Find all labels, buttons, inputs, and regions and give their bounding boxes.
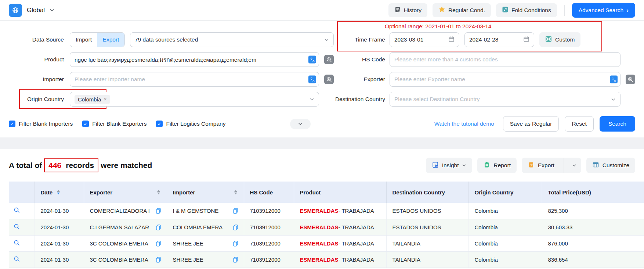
fuzzy-match-icon[interactable] [324,55,334,64]
copy-icon[interactable] [155,240,162,247]
export-dropdown-button[interactable] [567,158,581,173]
checkbox-checked-icon: ✓ [9,121,15,127]
translate-icon[interactable]: A [308,56,316,64]
chevron-down-icon [611,97,616,102]
results-section: A total of 446 records were matched BI [0,149,644,268]
summary-prefix: A total of [9,161,42,170]
cell-date: 2024-01-30 [35,203,84,219]
fuzzy-match-icon[interactable] [324,75,334,84]
filter-blank-importers-checkbox[interactable]: ✓ Filter Blank Importers [9,121,73,127]
cell-hs-code: 7103912000 [244,235,294,251]
view-detail-icon[interactable] [14,207,20,214]
data-sources-select[interactable]: 79 data sources selected [130,32,334,47]
cell-product: ESMERALDAS- TRABAJADA [294,251,386,268]
cell-exporter: 3C COLOMBIA EMERA [84,235,167,251]
cell-hs-code: 7103912000 [244,219,294,235]
view-detail-icon[interactable] [14,240,20,246]
fold-conditions-button[interactable]: Fold Conditions [496,3,557,17]
hs-code-input[interactable]: Please enter more than 4 customs codes [390,52,621,67]
export-label: Export [538,162,554,169]
expand-conditions-button[interactable] [290,119,311,129]
origin-country-select[interactable]: Colombia × [70,92,319,107]
tutorial-demo-link[interactable]: Watch the tutorial demo [434,121,494,127]
export-button[interactable]: Export [522,158,560,173]
cell-destination: TAILANDIA [386,235,468,251]
start-date-input[interactable]: 2023-03-01 [390,32,459,47]
reset-button[interactable]: Reset [565,116,594,132]
regular-cond-button[interactable]: Regular Cond. [433,3,491,17]
start-date-value: 2023-03-01 [394,36,423,43]
sort-icon[interactable] [234,190,237,194]
destination-country-select[interactable]: Please select Destination Country [390,92,621,107]
filter-logistics-company-checkbox[interactable]: ✓ Filter Logitics Company [156,121,225,127]
report-icon [483,161,490,170]
cell-importer: SHREE JEE [167,251,244,268]
importer-input[interactable]: Please enter Importer name A [70,72,319,87]
translate-icon[interactable]: A [610,76,618,83]
destination-country-label: Destination Country [334,96,385,103]
history-button[interactable]: History [388,3,427,17]
product-label: Product [9,56,64,63]
import-tab[interactable]: Import [70,33,97,47]
report-button[interactable]: Report [477,158,517,173]
exporter-placeholder: Please enter Exporter name [394,76,465,83]
region-selector[interactable]: Global [9,4,54,17]
export-tab[interactable]: Export [97,33,124,47]
sort-icon[interactable] [57,190,60,194]
column-header-destination: Destination Country [386,182,468,203]
view-detail-icon[interactable] [14,256,20,262]
copy-icon[interactable] [232,257,239,263]
copy-icon[interactable] [232,224,239,230]
cell-product: ESMERALDAS- TRABAJADA [294,235,386,251]
region-label: Global [27,7,45,14]
chevron-down-icon [462,163,466,168]
optional-range-note: Optional range: 2021-01-01 to 2024-03-14 [385,23,491,30]
fuzzy-match-icon[interactable] [626,75,635,84]
custom-timeframe-button[interactable]: Custom [539,32,580,47]
copy-icon[interactable] [232,208,239,214]
copy-icon[interactable] [232,240,239,247]
filter-blank-exporters-checkbox[interactable]: ✓ Filter Blank Exporters [82,121,146,127]
table-row: 2024-01-30 3C COLOMBIA EMERA SHREE JEE 7… [9,235,644,251]
column-header-exporter[interactable]: Exporter [84,182,167,203]
importer-label: Importer [9,76,64,83]
chevron-down-icon [324,37,329,42]
product-keyword-highlight: ESMERALDAS [300,208,339,214]
copy-icon[interactable] [155,257,162,263]
hs-code-placeholder: Please enter more than 4 customs codes [394,56,498,63]
copy-icon[interactable] [155,224,162,230]
cell-total-price: 876,000 [542,235,644,251]
search-button[interactable]: Search [600,116,635,132]
insight-button[interactable]: BI Insight [426,158,473,173]
copy-icon[interactable] [155,208,162,214]
cell-total-price: 30,603.33 [542,219,644,235]
chevron-right-icon: › [626,7,629,14]
calendar-icon [448,36,455,44]
exporter-input[interactable]: Please enter Exporter name A [390,72,621,87]
destination-country-placeholder: Please select Destination Country [394,96,480,103]
end-date-input[interactable]: 2024-02-28 [464,32,534,47]
records-word: records [66,161,94,170]
cell-importer: I & M GEMSTONE [167,203,244,219]
origin-country-label: Origin Country [9,96,64,103]
cell-importer: COLOMBIA EMERA [167,219,244,235]
save-as-regular-button[interactable]: Save as Regular [503,116,559,132]
column-header-importer[interactable]: Importer [167,182,244,203]
time-frame-label: Time Frame [334,36,385,43]
cell-destination: TAILANDIA [386,251,468,268]
export-button-group: Export [522,158,581,173]
sort-icon[interactable] [157,190,160,194]
cell-exporter: COMERCIALIZADORA I [84,203,167,219]
column-header-hs-code: HS Code [244,182,294,203]
column-header-date[interactable]: Date [35,182,84,203]
top-bar: Global History Regular Cond. [0,0,644,21]
view-detail-icon[interactable] [14,223,20,230]
customize-button[interactable]: Customize [586,158,635,173]
results-summary: A total of 446 records were matched [9,158,152,172]
product-keyword-highlight: ESMERALDAS [300,224,339,230]
translate-icon[interactable]: A [308,76,316,83]
remove-tag-icon[interactable]: × [104,96,106,102]
product-input[interactable]: ngọc lục bảo;изумруд;esmeralda;มรกต;esme… [70,52,319,67]
advanced-search-button[interactable]: Advanced Search › [572,3,635,18]
fold-icon [502,6,509,14]
